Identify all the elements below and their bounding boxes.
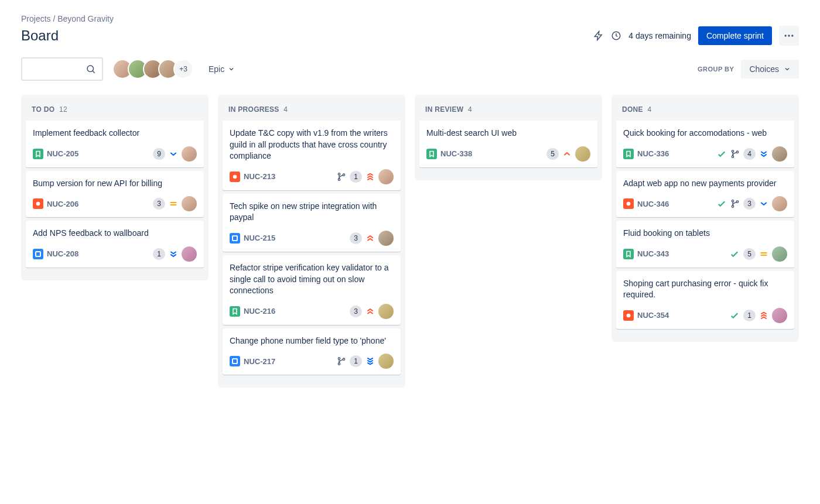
assignee-avatar[interactable] [575,146,590,162]
issue-type-bug-icon [623,310,634,321]
svg-point-1 [785,35,787,36]
svg-point-2 [788,35,790,36]
assignee-avatar[interactable] [772,246,787,262]
priority-medium-icon [759,249,768,259]
story-points-badge: 3 [743,198,756,210]
svg-point-10 [343,174,345,176]
card-title: Multi-dest search UI web [426,128,590,139]
card-title: Add NPS feedback to wallboard [33,228,197,239]
breadcrumb-project[interactable]: Beyond Gravity [57,14,114,23]
issue-type-task-icon [230,356,240,366]
priority-lowest-icon [169,249,178,259]
column-title: IN PROGRESS [228,105,279,114]
assignee-avatar[interactable] [182,246,197,262]
issue-card[interactable]: Quick booking for accomodations - webNUC… [616,121,794,167]
card-title: Fluid booking on tablets [623,228,787,239]
story-points-badge: 3 [153,198,165,210]
priority-lowest-icon [759,149,768,159]
column-count: 4 [648,105,652,114]
group-by-selector[interactable]: Choices [741,60,799,78]
issue-type-task-icon [33,249,43,259]
clock-icon [611,30,621,41]
assignee-avatar[interactable] [378,169,394,184]
card-title: Refactor stripe verification key validat… [230,262,394,297]
complete-sprint-button[interactable]: Complete sprint [698,26,772,45]
issue-key: NUC-338 [440,149,472,158]
priority-medium-icon [169,199,178,208]
story-points-badge: 1 [350,355,362,367]
column-title: IN REVIEW [425,105,463,114]
svg-rect-6 [36,252,40,256]
search-input[interactable] [21,57,103,81]
issue-key: NUC-208 [47,249,78,258]
story-points-badge: 1 [350,171,362,183]
issue-type-story-icon [33,149,43,159]
column-header: DONE 4 [616,102,794,121]
svg-point-18 [737,151,739,153]
assignee-avatar[interactable] [378,304,394,319]
priority-lowest-blue-icon [365,356,375,366]
issue-card[interactable]: Tech spike on new stripe integration wit… [223,194,401,252]
story-points-badge: 4 [743,148,756,160]
board-column: IN PROGRESS 4Update T&C copy with v1.9 f… [218,95,405,388]
card-title: Adapt web app no new payments provider [623,178,787,190]
svg-point-23 [627,314,631,318]
issue-type-story-icon [623,149,634,159]
search-icon [86,64,96,74]
assignee-avatar[interactable] [182,196,197,211]
group-by-label: GROUP BY [698,66,734,73]
chevron-down-icon [784,66,791,73]
card-title: Implement feedback collector [33,128,197,139]
issue-key: NUC-217 [244,357,275,366]
issue-type-bug-icon [230,172,240,182]
assignee-avatar[interactable] [772,308,787,323]
issue-card[interactable]: Adapt web app no new payments providerNU… [616,171,794,218]
story-points-badge: 9 [153,148,165,160]
card-title: Tech spike on new stripe integration wit… [230,201,394,224]
priority-low-icon [759,199,768,208]
assignee-avatars: +3 [112,59,193,79]
issue-card[interactable]: Add NPS feedback to wallboardNUC-2081 [26,221,204,268]
days-remaining: 4 days remaining [628,31,691,40]
page-title: Board [21,28,59,44]
assignee-avatar[interactable] [378,354,394,369]
issue-card[interactable]: Refactor stripe verification key validat… [223,255,401,325]
issue-key: NUC-206 [47,200,78,208]
svg-point-4 [87,66,94,72]
issue-card[interactable]: Multi-dest search UI webNUC-3385 [419,121,597,167]
column-header: IN REVIEW 4 [419,102,597,121]
card-title: Quick booking for accomodations - web [623,128,787,139]
issue-type-story-icon [426,149,437,159]
issue-key: NUC-215 [244,234,275,242]
assignee-avatar[interactable] [772,146,787,162]
issue-card[interactable]: Shoping cart purchasing error - quick fi… [616,271,794,329]
avatar-overflow[interactable]: +3 [173,59,193,79]
priority-high-icon [365,234,375,243]
issue-card[interactable]: Update T&C copy with v1.9 from the write… [223,121,401,190]
done-check-icon [716,198,727,209]
board-column: IN REVIEW 4Multi-dest search UI webNUC-3… [415,95,602,180]
issue-type-task-icon [230,233,240,244]
issue-card[interactable]: Fluid booking on tabletsNUC-3435 [616,221,794,268]
column-count: 4 [283,105,288,114]
done-check-icon [729,310,740,321]
story-points-badge: 1 [153,248,165,260]
issue-card[interactable]: Implement feedback collectorNUC-2059 [26,121,204,167]
column-header: TO DO 12 [26,102,204,121]
column-count: 4 [468,105,472,114]
assignee-avatar[interactable] [772,196,787,211]
issue-card[interactable]: Change phone number field type to 'phone… [223,328,401,375]
card-title: Bump version for new API for billing [33,178,197,190]
issue-type-bug-icon [33,198,43,209]
svg-point-7 [233,174,237,179]
svg-point-9 [339,179,340,180]
assignee-avatar[interactable] [182,146,197,162]
issue-key: NUC-205 [47,149,78,158]
assignee-avatar[interactable] [378,231,394,246]
bolt-icon[interactable] [593,30,604,41]
issue-card[interactable]: Bump version for new API for billingNUC-… [26,171,204,218]
svg-point-14 [339,363,340,365]
more-menu-button[interactable] [779,26,799,46]
breadcrumb-projects[interactable]: Projects [21,14,51,23]
epic-filter-button[interactable]: Epic [203,61,241,77]
